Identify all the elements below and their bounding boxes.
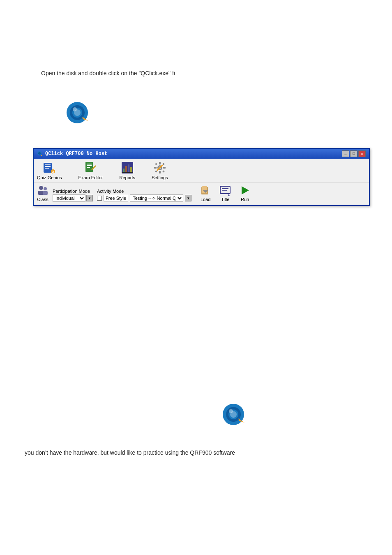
svg-rect-24 — [128, 164, 129, 173]
restore-button[interactable]: □ — [350, 150, 357, 157]
title-bar: QClick QRF700 No Host _ □ ✕ — [34, 149, 369, 159]
activity-mode-dropdown[interactable]: Testing ---> Normal Quiz — [130, 194, 183, 202]
instruction-text-2: you don’t have the hardware, but would l… — [25, 448, 235, 457]
reports-icon — [121, 161, 134, 174]
class-icon — [37, 185, 48, 196]
participation-mode-dropdown[interactable]: Individual — [53, 194, 85, 202]
svg-rect-45 — [220, 186, 230, 194]
svg-rect-17 — [87, 165, 92, 166]
svg-text:Q: Q — [52, 170, 54, 173]
svg-point-5 — [73, 107, 77, 111]
svg-marker-8 — [41, 155, 43, 156]
freestyle-checkbox[interactable] — [97, 196, 102, 201]
window-title: QClick QRF700 No Host — [45, 151, 107, 157]
exam-editor-icon — [84, 161, 97, 174]
load-label: Load — [201, 197, 210, 202]
svg-rect-41 — [43, 191, 48, 195]
svg-point-40 — [44, 187, 47, 190]
class-section: Class — [37, 185, 48, 202]
title-label: Title — [221, 197, 229, 202]
svg-rect-33 — [155, 163, 157, 165]
title-bar-left: QClick QRF700 No Host — [37, 151, 107, 157]
quiz-genius-label: Quiz Genius — [37, 175, 62, 180]
load-tool[interactable]: Load — [200, 185, 211, 202]
secondary-toolbar: Class Participation Mode Individual ▼ Ac… — [34, 183, 369, 205]
participation-dropdown-arrow[interactable]: ▼ — [86, 195, 93, 201]
freestyle-button[interactable]: Free Style — [104, 195, 128, 201]
svg-rect-18 — [87, 167, 90, 168]
qclick-logo-bottom — [222, 403, 247, 429]
minimize-button[interactable]: _ — [342, 150, 349, 157]
run-icon — [239, 185, 251, 196]
reports-button[interactable]: Reports — [119, 161, 135, 180]
activity-mode-label: Activity Mode — [97, 189, 191, 194]
svg-rect-31 — [154, 167, 157, 169]
svg-rect-16 — [87, 164, 92, 164]
exam-editor-button[interactable]: Exam Editor — [78, 161, 103, 180]
title-tool[interactable]: Title — [219, 185, 231, 202]
activity-dropdown-arrow[interactable]: ▼ — [185, 195, 191, 201]
qclick-logo-top — [66, 101, 376, 127]
svg-rect-26 — [122, 172, 133, 173]
quiz-genius-icon: Q — [43, 161, 56, 174]
class-label: Class — [37, 197, 48, 202]
window-controls: _ □ ✕ — [342, 150, 366, 157]
settings-button[interactable]: Settings — [152, 161, 168, 180]
svg-rect-11 — [45, 166, 51, 167]
svg-point-7 — [38, 152, 41, 155]
exam-editor-label: Exam Editor — [78, 175, 103, 180]
svg-rect-32 — [163, 167, 166, 169]
load-icon — [200, 185, 211, 196]
right-tools: Load Title Run — [200, 185, 251, 202]
app-window: QClick QRF700 No Host _ □ ✕ Q Quiz — [33, 148, 370, 206]
quiz-genius-button[interactable]: Q Quiz Genius — [37, 161, 62, 180]
svg-marker-49 — [242, 186, 249, 194]
svg-rect-25 — [130, 167, 132, 173]
svg-rect-29 — [159, 162, 161, 164]
activity-section: Activity Mode Free Style Testing ---> No… — [97, 189, 191, 202]
settings-label: Settings — [152, 175, 168, 180]
svg-rect-10 — [45, 164, 51, 165]
svg-rect-23 — [125, 166, 127, 173]
participation-mode-label: Participation Mode — [53, 189, 93, 194]
svg-rect-12 — [45, 168, 49, 169]
svg-rect-30 — [159, 171, 161, 173]
participation-section: Participation Mode Individual ▼ — [53, 189, 93, 202]
title-icon — [219, 185, 231, 196]
reports-label: Reports — [119, 175, 135, 180]
svg-rect-36 — [162, 170, 165, 173]
svg-point-38 — [39, 186, 43, 190]
settings-icon — [153, 161, 166, 174]
run-label: Run — [241, 197, 249, 202]
svg-point-55 — [229, 409, 233, 413]
title-bar-icon — [37, 151, 43, 157]
instruction-text-1: Open the disk and double click on the "Q… — [41, 70, 376, 76]
main-toolbar: Q Quiz Genius Exam Editor — [34, 159, 369, 183]
close-button[interactable]: ✕ — [358, 150, 366, 157]
activity-row: Free Style Testing ---> Normal Quiz ▼ — [97, 194, 191, 202]
run-tool[interactable]: Run — [239, 185, 251, 202]
